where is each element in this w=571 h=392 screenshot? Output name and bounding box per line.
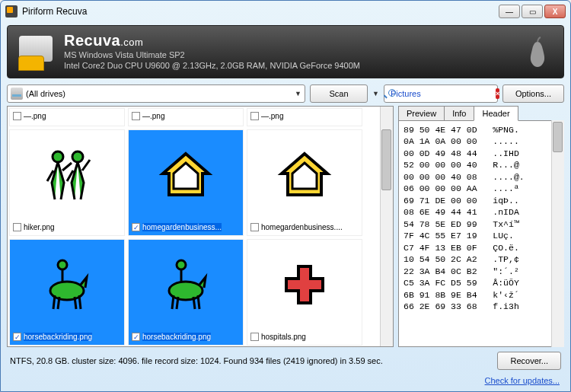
tab-header[interactable]: Header [474, 106, 518, 121]
file-checkbox[interactable] [250, 333, 259, 341]
file-checkbox[interactable] [132, 223, 140, 231]
status-bar: NTFS, 20.8 GB. cluster size: 4096. file … [1, 347, 570, 374]
hiker-icon [37, 145, 97, 206]
file-item[interactable]: —.png [128, 108, 244, 126]
filter-input[interactable] [391, 89, 496, 98]
house-icon [274, 145, 335, 206]
house-icon [155, 145, 216, 206]
window-controls: — ▭ X [499, 5, 566, 18]
scrollbar-thumb[interactable] [381, 129, 391, 190]
svg-point-1 [72, 151, 83, 162]
brand-suffix: .com [120, 37, 143, 48]
scan-button[interactable]: Scan [310, 84, 368, 103]
file-checkbox[interactable] [13, 223, 21, 231]
app-icon [5, 5, 18, 18]
file-checkbox[interactable] [250, 112, 259, 120]
file-name: —.png [24, 112, 46, 120]
brand-title: Recuva.com [64, 32, 360, 49]
file-grid: —.png —.png —.png [8, 107, 393, 347]
tab-info[interactable]: Info [444, 106, 474, 120]
scrollbar-thumb[interactable] [553, 122, 563, 152]
file-checkbox[interactable] [13, 333, 21, 341]
file-item[interactable]: horsebackriding.png [128, 239, 244, 346]
file-checkbox[interactable] [250, 223, 259, 231]
titlebar[interactable]: Piriform Recuva — ▭ X [1, 1, 570, 22]
detail-tabs: Preview Info Header [398, 106, 564, 120]
status-text: NTFS, 20.8 GB. cluster size: 4096. file … [10, 356, 490, 365]
thumbnail [247, 130, 362, 220]
brand-main: Recuva [64, 32, 120, 49]
main-window: Piriform Recuva — ▭ X Recuva.com MS Wind… [0, 0, 571, 392]
file-name: —.png [142, 112, 164, 120]
file-item[interactable]: homegardenbusiness.... [247, 129, 362, 236]
file-item[interactable]: horsebackriding.png [9, 239, 125, 346]
brand-text: Recuva.com MS Windows Vista Ultimate SP2… [64, 32, 360, 72]
thumbnail [247, 240, 362, 330]
file-item[interactable]: hiker.png [9, 129, 125, 236]
cross-icon [274, 254, 335, 315]
file-checkbox[interactable] [13, 112, 21, 120]
header-banner: Recuva.com MS Windows Vista Ultimate SP2… [7, 25, 564, 78]
recover-button[interactable]: Recover... [497, 352, 561, 370]
file-item[interactable]: hospitals.png [247, 239, 362, 346]
minimize-button[interactable]: — [499, 5, 520, 18]
toolbar: (All drives) ▼ Scan ▼ × ▼ Options... [1, 81, 570, 106]
file-checkbox[interactable] [132, 112, 140, 120]
system-line-2: Intel Core2 Duo CPU U9600 @ 2.13GHz, 2.0… [64, 60, 360, 71]
svg-point-0 [53, 151, 63, 162]
footer: Check for updates... [1, 374, 570, 391]
chevron-down-icon: ▼ [295, 90, 301, 97]
horse-icon [37, 254, 97, 315]
file-name: horsebackriding.png [24, 333, 92, 341]
file-checkbox[interactable] [132, 333, 140, 341]
options-button[interactable]: Options... [502, 84, 564, 103]
file-name: hiker.png [24, 223, 55, 231]
window-title: Piriform Recuva [22, 6, 499, 17]
thumbnail [129, 240, 243, 330]
file-name: homegardenbusiness.... [261, 223, 343, 231]
file-item[interactable]: homegardenbusiness... [128, 129, 244, 236]
check-updates-link[interactable]: Check for updates... [485, 376, 560, 385]
file-name: —.png [261, 112, 283, 120]
svg-point-4 [177, 260, 186, 269]
content-area: —.png —.png —.png [1, 106, 570, 347]
hex-scrollbar[interactable] [551, 120, 564, 347]
recuva-logo [17, 33, 55, 71]
drive-label: (All drives) [26, 89, 295, 98]
file-scrollbar[interactable] [380, 107, 393, 346]
filter-box[interactable]: × ▼ [384, 84, 498, 103]
file-list-pane[interactable]: —.png —.png —.png [7, 106, 394, 347]
thumbnail [129, 130, 243, 220]
svg-point-2 [58, 260, 67, 269]
system-line-1: MS Windows Vista Ultimate SP2 [64, 49, 360, 60]
drive-dropdown[interactable]: (All drives) ▼ [7, 84, 305, 103]
maximize-button[interactable]: ▭ [522, 5, 543, 18]
close-button[interactable]: X [544, 5, 566, 18]
thumbnail [10, 130, 124, 220]
scan-dropdown-arrow[interactable]: ▼ [372, 90, 379, 97]
thumbnail [10, 240, 124, 330]
file-item[interactable]: —.png [9, 108, 125, 126]
hex-view[interactable]: 89 50 4E 47 0D %PNG. 0A 1A 0A 00 00 ....… [398, 120, 564, 347]
pear-icon [524, 34, 551, 69]
file-name: homegardenbusiness... [142, 223, 222, 231]
file-item[interactable]: —.png [247, 108, 362, 126]
horse-icon [155, 254, 216, 315]
file-name: horsebackriding.png [142, 333, 211, 341]
tab-preview[interactable]: Preview [398, 106, 445, 120]
clear-filter-button[interactable]: × [496, 88, 499, 99]
side-pane: Preview Info Header 89 50 4E 47 0D %PNG.… [398, 106, 564, 347]
drive-icon [11, 88, 23, 100]
file-name: hospitals.png [261, 333, 306, 341]
